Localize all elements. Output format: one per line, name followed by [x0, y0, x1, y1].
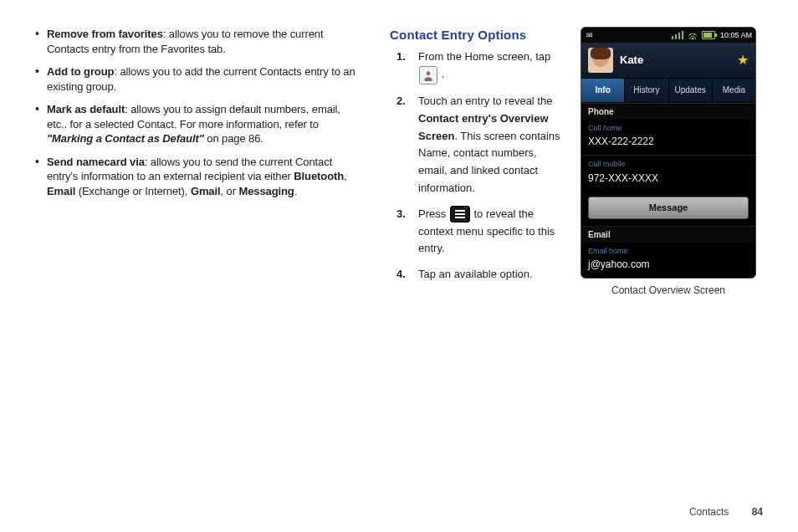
tab-history[interactable]: History — [625, 79, 668, 102]
call-mobile-number: 972-XXX-XXXX — [588, 171, 749, 185]
message-button[interactable]: Message — [588, 197, 749, 219]
term: Send namecard via — [47, 156, 145, 168]
footer-section: Contacts — [689, 506, 729, 518]
footer-page-number: 84 — [752, 506, 763, 518]
term: Remove from favorites — [47, 28, 163, 40]
section-heading: Contact Entry Options — [390, 27, 565, 43]
tab-updates[interactable]: Updates — [669, 79, 713, 102]
phone-screenshot: ✉ 10:05 AM Kate ★ Info — [581, 27, 756, 279]
manual-page: Remove from favorites: allows you to rem… — [0, 0, 798, 532]
page-footer: Contacts 84 — [689, 505, 763, 519]
cross-ref: "Marking a Contact as Default" — [47, 132, 204, 145]
avatar — [588, 48, 613, 73]
signal-icon — [672, 31, 683, 39]
favorite-star-icon: ★ — [737, 51, 749, 69]
phone-section: Phone — [581, 103, 755, 120]
right-column: Contact Entry Options From the Home scre… — [390, 27, 763, 298]
call-home-label: Call home — [588, 123, 749, 133]
left-column: Remove from favorites: allows you to rem… — [35, 27, 361, 298]
battery-icon — [702, 31, 715, 39]
contact-tabs: Info History Updates Media — [581, 79, 755, 103]
clock: 10:05 AM — [720, 30, 752, 40]
tab-media[interactable]: Media — [713, 79, 755, 102]
step-3: Press to reveal the context menu specifi… — [408, 206, 565, 258]
term: Mark as default — [47, 103, 125, 115]
step-1: From the Home screen, tap . — [408, 49, 565, 84]
bullet-send-namecard: Send namecard via: allows you to send th… — [35, 155, 361, 199]
contacts-app-icon — [419, 66, 437, 84]
envelope-icon: ✉ — [586, 30, 593, 40]
call-home-row[interactable]: Call home XXX-222-2222 — [581, 120, 755, 156]
bullet-mark-as-default: Mark as default: allows you to assign de… — [35, 102, 361, 146]
svg-point-0 — [427, 71, 431, 75]
step-4: Tap an available option. — [408, 266, 565, 284]
steps-list: From the Home screen, tap . Touch an ent… — [390, 49, 565, 284]
call-home-number: XXX-222-2222 — [588, 135, 749, 148]
tab-info[interactable]: Info — [581, 79, 625, 102]
contact-header: Kate ★ — [581, 43, 755, 79]
call-mobile-label: Call mobile — [588, 159, 749, 169]
email-home-label: Email home — [588, 246, 749, 256]
term: Add to group — [47, 65, 114, 78]
call-mobile-row[interactable]: Call mobile 972-XXX-XXXX — [581, 156, 755, 191]
desc-post: on page 86. — [204, 132, 263, 145]
step-2: Touch an entry to reveal the Contact ent… — [408, 93, 565, 197]
options-bullet-list: Remove from favorites: allows you to rem… — [35, 27, 361, 198]
status-bar: ✉ 10:05 AM — [581, 28, 755, 43]
contact-name: Kate — [620, 53, 643, 68]
wifi-icon — [688, 31, 697, 39]
email-section: Email — [581, 226, 755, 243]
bullet-add-to-group: Add to group: allows you to add the curr… — [35, 64, 361, 94]
figure-caption: Contact Overview Screen — [581, 284, 756, 297]
bullet-remove-favorites: Remove from favorites: allows you to rem… — [35, 27, 361, 56]
email-home-row[interactable]: Email home j@yahoo.com — [581, 243, 755, 278]
menu-hardkey-icon — [450, 206, 470, 223]
email-home-value: j@yahoo.com — [588, 258, 749, 271]
